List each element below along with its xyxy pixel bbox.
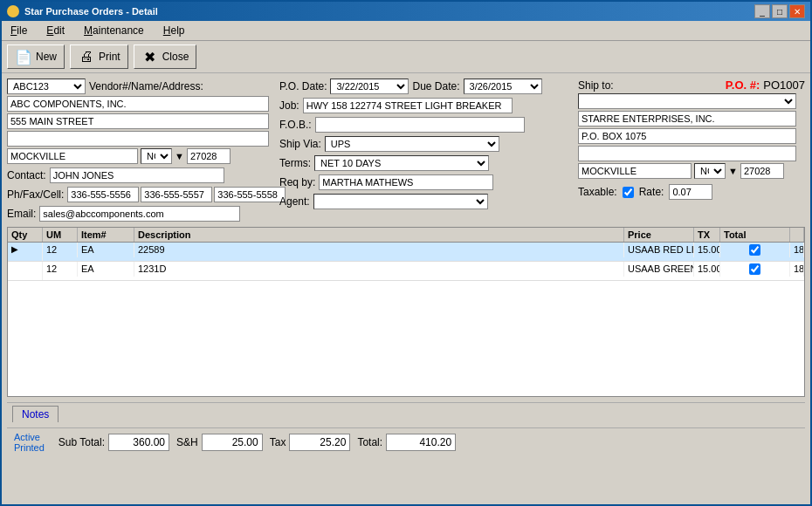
- phone1-field[interactable]: [67, 187, 139, 202]
- row-item: 22589: [134, 243, 624, 257]
- menu-file[interactable]: File: [5, 23, 32, 38]
- due-date-label: Due Date:: [412, 80, 459, 92]
- ship-city-field[interactable]: [578, 163, 692, 179]
- fob-label: F.O.B.:: [279, 119, 312, 131]
- status-printed: Printed: [14, 442, 45, 453]
- mid-block: P.O. Date: 3/22/2015 Due Date: 3/26/2015…: [279, 79, 575, 223]
- ship-via-combo[interactable]: UPS: [325, 136, 499, 152]
- agent-combo[interactable]: [313, 194, 488, 209]
- notes-tab[interactable]: Notes: [12, 406, 58, 422]
- title-bar: Star Purchase Orders - Detail _ □ ✕: [2, 2, 810, 21]
- row-qty: 12: [43, 262, 78, 277]
- taxable-checkbox[interactable]: [623, 187, 634, 198]
- terms-combo[interactable]: NET 10 DAYS: [314, 155, 489, 171]
- vendor-addr2-field[interactable]: [7, 131, 269, 147]
- status-block: Active Printed: [14, 432, 45, 453]
- contact-name-field[interactable]: [50, 168, 224, 183]
- phone2-field[interactable]: [141, 187, 212, 202]
- fob-field[interactable]: [315, 117, 525, 133]
- app-icon: [7, 5, 19, 17]
- vendor-id-combo[interactable]: ABC123: [7, 79, 86, 94]
- row-item: 1231D: [134, 262, 624, 277]
- email-field[interactable]: [39, 206, 240, 222]
- menu-bar: File Edit Maintenance Help: [2, 21, 810, 41]
- ship-addr1-field[interactable]: [578, 128, 796, 144]
- window-close-button[interactable]: ✕: [789, 4, 805, 18]
- taxable-label: Taxable:: [578, 186, 617, 198]
- ship-to-combo[interactable]: [578, 93, 796, 109]
- menu-maintenance[interactable]: Maintenance: [79, 23, 149, 38]
- col-item: Item#: [78, 228, 134, 242]
- row-price: 15.0000: [694, 243, 720, 257]
- tax-label: Tax: [270, 436, 286, 448]
- vendor-city-field[interactable]: [7, 148, 138, 164]
- vendor-state-combo[interactable]: NC: [141, 148, 172, 164]
- job-label: Job:: [279, 99, 299, 112]
- toolbar: 📄 New 🖨 Print ✖ Close: [2, 41, 810, 73]
- notes-tab-area: Notes: [7, 402, 805, 424]
- po-number: PO1007: [763, 79, 805, 92]
- col-total: Total: [720, 228, 790, 242]
- phone3-field[interactable]: [214, 187, 286, 202]
- due-date-combo[interactable]: 3/26/2015: [464, 79, 542, 94]
- ph-fax-cell-label: Ph/Fax/Cell:: [7, 188, 64, 201]
- sah-label: S&H: [176, 436, 198, 448]
- row-tx[interactable]: [720, 243, 790, 257]
- col-price: Price: [624, 228, 694, 242]
- vendor-zip-field[interactable]: [187, 148, 231, 164]
- vendor-name-field[interactable]: [7, 96, 269, 112]
- agent-label: Agent:: [279, 195, 310, 208]
- line-items-grid: Qty UM Item# Description Price TX Total …: [7, 227, 805, 397]
- po-date-label: P.O. Date:: [279, 80, 327, 92]
- minimize-button[interactable]: _: [754, 4, 770, 18]
- contact-label: Contact:: [7, 169, 46, 181]
- po-label: P.O. #:: [726, 79, 760, 92]
- ship-state-combo[interactable]: NC: [694, 163, 726, 179]
- po-date-combo[interactable]: 3/22/2015: [330, 79, 409, 94]
- sub-total-field[interactable]: [108, 434, 169, 451]
- ship-zip-field[interactable]: [740, 163, 784, 179]
- menu-help[interactable]: Help: [158, 23, 190, 38]
- ship-name-field[interactable]: [578, 111, 796, 126]
- row-price: 15.0000: [694, 262, 720, 277]
- table-row[interactable]: ▶ 12 EA 22589 USAAB RED LIGHT COMPONENT …: [8, 243, 804, 262]
- close-icon: ✖: [141, 48, 159, 65]
- row-total: 180.00: [790, 262, 804, 277]
- row-qty: 12: [43, 243, 78, 257]
- print-button[interactable]: 🖨 Print: [70, 44, 128, 69]
- col-qty: Qty: [8, 228, 43, 242]
- print-icon: 🖨: [78, 48, 95, 65]
- new-button[interactable]: 📄 New: [7, 44, 65, 69]
- grid-header: Qty UM Item# Description Price TX Total: [8, 228, 804, 243]
- status-active: Active: [14, 432, 45, 442]
- job-field[interactable]: [303, 98, 513, 113]
- rate-field[interactable]: [669, 184, 712, 200]
- footer-bar: Active Printed Sub Total: S&H Tax Total:: [7, 427, 805, 456]
- terms-label: Terms:: [279, 157, 311, 169]
- row-total: 180.00: [790, 243, 804, 257]
- req-by-field[interactable]: [319, 174, 493, 190]
- tax-field[interactable]: [289, 434, 350, 451]
- table-row[interactable]: 12 EA 1231D USAAB GREEN LIGHT COMPONENT …: [8, 262, 804, 281]
- ship-via-label: Ship Via:: [279, 138, 321, 150]
- row-um: EA: [78, 262, 134, 277]
- vendor-block: ABC123 Vendor#/Name/Address: NC ▼: [7, 79, 276, 223]
- sah-field[interactable]: [202, 434, 263, 451]
- window-title: Star Purchase Orders - Detail: [24, 6, 158, 17]
- menu-edit[interactable]: Edit: [41, 23, 70, 38]
- vendor-addr1-field[interactable]: [7, 113, 269, 129]
- row-indicator: ▶: [8, 243, 43, 257]
- col-scroll: [790, 228, 804, 242]
- ship-to-label: Ship to:: [578, 79, 614, 92]
- row-tx[interactable]: [720, 262, 790, 277]
- total-label: Total:: [357, 436, 382, 448]
- row-indicator: [8, 262, 43, 277]
- req-by-label: Req by:: [279, 176, 315, 188]
- ship-addr2-field[interactable]: [578, 146, 796, 161]
- total-field[interactable]: [386, 434, 456, 451]
- row-scroll: [8, 257, 43, 261]
- row-desc: USAAB GREEN LIGHT COMPONENT: [624, 262, 694, 277]
- col-tx: TX: [694, 228, 720, 242]
- maximize-button[interactable]: □: [772, 4, 788, 18]
- close-button[interactable]: ✖ Close: [134, 44, 197, 69]
